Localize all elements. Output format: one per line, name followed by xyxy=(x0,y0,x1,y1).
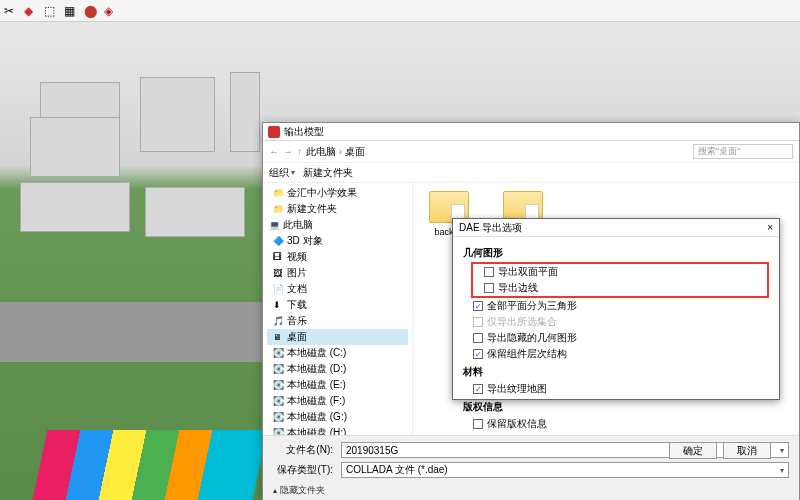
filename-label: 文件名(N): xyxy=(273,443,333,457)
tree-node-label: 本地磁盘 (F:) xyxy=(287,394,345,408)
filetype-select[interactable]: COLLADA 文件 (*.dae) xyxy=(341,462,789,478)
group-header: 几何图形 xyxy=(463,246,769,260)
building-model xyxy=(20,182,130,232)
checkbox-icon xyxy=(473,419,483,429)
tree-node-label: 音乐 xyxy=(287,314,307,328)
folder-icon: 🎵 xyxy=(273,316,284,327)
options-title: DAE 导出选项 xyxy=(459,221,522,235)
dae-export-options-dialog: DAE 导出选项 × 几何图形导出双面平面导出边线✓全部平面分为三角形仅导出所选… xyxy=(452,218,780,400)
checkbox-icon xyxy=(473,333,483,343)
dialog-titlebar[interactable]: 输出模型 xyxy=(263,123,799,141)
tree-node-label: 本地磁盘 (H:) xyxy=(287,426,346,435)
paint-icon[interactable]: ⬤ xyxy=(84,4,98,18)
building-model xyxy=(145,187,245,237)
tree-node-label: 视频 xyxy=(287,250,307,264)
checkbox-label: 保留版权信息 xyxy=(487,417,547,431)
nav-up-icon[interactable]: ↑ xyxy=(297,146,302,157)
checkbox-row[interactable]: ✓导出纹理地图 xyxy=(463,381,769,397)
checkbox-row[interactable]: 导出边线 xyxy=(474,280,766,296)
highlighted-options: 导出双面平面导出边线 xyxy=(471,262,769,298)
folder-icon: 💽 xyxy=(273,428,284,436)
tree-node[interactable]: 💽本地磁盘 (F:) xyxy=(267,393,408,409)
ok-button[interactable]: 确定 xyxy=(669,442,717,459)
checkbox-row: 仅导出所选集合 xyxy=(463,314,769,330)
building-model xyxy=(30,117,120,177)
folder-icon: 💻 xyxy=(269,220,280,231)
tree-node-label: 3D 对象 xyxy=(287,234,323,248)
tree-node[interactable]: 📁新建文件夹 xyxy=(267,201,408,217)
checkbox-label: 保留组件层次结构 xyxy=(487,347,567,361)
nav-forward-icon[interactable]: → xyxy=(283,146,293,157)
material-icon[interactable]: ▦ xyxy=(64,4,78,18)
folder-icon: 💽 xyxy=(273,348,284,359)
hide-folders-toggle[interactable]: 隐藏文件夹 xyxy=(273,484,325,497)
folder-icon: 🖼 xyxy=(273,268,284,279)
wireframe-icon[interactable]: ⬚ xyxy=(44,4,58,18)
folder-icon: 🖥 xyxy=(273,332,284,343)
tree-node[interactable]: 🖼图片 xyxy=(267,265,408,281)
tree-node[interactable]: 💻此电脑 xyxy=(267,217,408,233)
tree-node[interactable]: 🔷3D 对象 xyxy=(267,233,408,249)
folder-icon: 📁 xyxy=(273,204,284,215)
breadcrumb[interactable]: 此电脑桌面 xyxy=(306,145,689,159)
options-titlebar[interactable]: DAE 导出选项 × xyxy=(453,219,779,237)
tree-node[interactable]: 📄文档 xyxy=(267,281,408,297)
scissors-icon[interactable]: ✂ xyxy=(4,4,18,18)
search-input[interactable]: 搜索"桌面" xyxy=(693,144,793,159)
tree-node-label: 桌面 xyxy=(287,330,307,344)
tree-node[interactable]: 💽本地磁盘 (C:) xyxy=(267,345,408,361)
ruby-icon[interactable]: ◈ xyxy=(104,4,118,18)
checkbox-label: 导出边线 xyxy=(498,281,538,295)
folder-tree[interactable]: 📁金汇中小学效果📁新建文件夹💻此电脑🔷3D 对象🎞视频🖼图片📄文档⬇下载🎵音乐🖥… xyxy=(263,183,413,435)
checkbox-icon xyxy=(484,267,494,277)
tree-node[interactable]: 💽本地磁盘 (H:) xyxy=(267,425,408,435)
checkbox-label: 仅导出所选集合 xyxy=(487,315,557,329)
red-diamond-icon[interactable]: ◆ xyxy=(24,4,38,18)
checkbox-label: 导出双面平面 xyxy=(498,265,558,279)
checkbox-icon: ✓ xyxy=(473,384,483,394)
checkbox-row[interactable]: ✓全部平面分为三角形 xyxy=(463,298,769,314)
new-folder-button[interactable]: 新建文件夹 xyxy=(303,166,353,180)
folder-icon: ⬇ xyxy=(273,300,284,311)
tree-node[interactable]: ⬇下载 xyxy=(267,297,408,313)
tree-node[interactable]: 🎵音乐 xyxy=(267,313,408,329)
checkbox-row[interactable]: ✓保留组件层次结构 xyxy=(463,346,769,362)
checkbox-row[interactable]: 导出隐藏的几何图形 xyxy=(463,330,769,346)
tree-node-label: 此电脑 xyxy=(283,218,313,232)
tree-node[interactable]: 🖥桌面 xyxy=(267,329,408,345)
folder-icon: 💽 xyxy=(273,364,284,375)
building-model xyxy=(140,77,215,152)
tree-node-label: 图片 xyxy=(287,266,307,280)
organize-button[interactable]: 组织 xyxy=(269,166,295,180)
main-toolbar: ✂ ◆ ⬚ ▦ ⬤ ◈ xyxy=(0,0,800,22)
options-cancel-button[interactable]: 取消 xyxy=(723,442,771,459)
colorful-building-model xyxy=(33,430,268,500)
tree-node-label: 金汇中小学效果 xyxy=(287,186,357,200)
nav-back-icon[interactable]: ← xyxy=(269,146,279,157)
tree-node[interactable]: 💽本地磁盘 (D:) xyxy=(267,361,408,377)
checkbox-row[interactable]: 导出双面平面 xyxy=(474,264,766,280)
app-icon xyxy=(268,126,280,138)
folder-icon: 💽 xyxy=(273,380,284,391)
group-header: 材料 xyxy=(463,365,769,379)
tree-node[interactable]: 💽本地磁盘 (E:) xyxy=(267,377,408,393)
folder-icon: 🔷 xyxy=(273,236,284,247)
group-header: 版权信息 xyxy=(463,400,769,414)
folder-icon: 🎞 xyxy=(273,252,284,263)
tree-node-label: 下载 xyxy=(287,298,307,312)
building-model xyxy=(230,72,260,152)
dialog-command-bar: 组织 新建文件夹 xyxy=(263,163,799,183)
close-icon[interactable]: × xyxy=(767,222,773,233)
dialog-nav: ← → ↑ 此电脑桌面 搜索"桌面" xyxy=(263,141,799,163)
checkbox-icon: ✓ xyxy=(473,301,483,311)
checkbox-row[interactable]: 保留版权信息 xyxy=(463,416,769,432)
tree-node[interactable]: 💽本地磁盘 (G:) xyxy=(267,409,408,425)
tree-node[interactable]: 📁金汇中小学效果 xyxy=(267,185,408,201)
tree-node-label: 新建文件夹 xyxy=(287,202,337,216)
tree-node-label: 本地磁盘 (D:) xyxy=(287,362,346,376)
tree-node-label: 文档 xyxy=(287,282,307,296)
tree-node[interactable]: 🎞视频 xyxy=(267,249,408,265)
checkbox-label: 全部平面分为三角形 xyxy=(487,299,577,313)
tree-node-label: 本地磁盘 (C:) xyxy=(287,346,346,360)
tree-node-label: 本地磁盘 (E:) xyxy=(287,378,346,392)
